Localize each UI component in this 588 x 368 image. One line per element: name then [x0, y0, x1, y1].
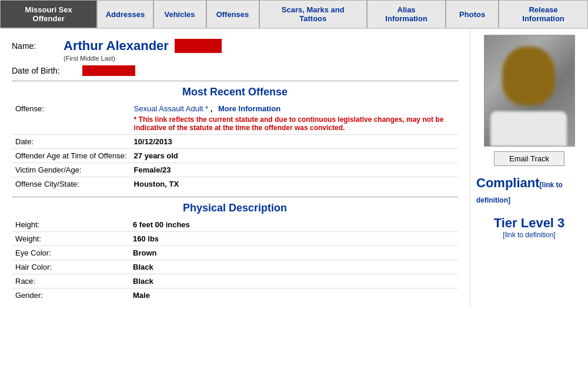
city-value: Houston, TX [131, 177, 458, 191]
height-value: 6 feet 00 inches [129, 218, 458, 232]
date-value: 10/12/2013 [131, 135, 458, 149]
right-panel: Email Track Compliant[link to definition… [470, 29, 588, 308]
dob-row: Date of Birth: [12, 65, 458, 76]
tier-level: Tier Level 3 [494, 216, 565, 231]
hair-color-value: Black [129, 260, 458, 274]
age-row: Offender Age at Time of Offense: 27 year… [12, 149, 458, 163]
most-recent-offense-title: Most Recent Offense [12, 86, 458, 98]
tab-photos[interactable]: Photos [446, 0, 499, 28]
gender-value: Male [129, 289, 458, 303]
physical-description-title: Physical Description [12, 202, 458, 214]
city-row: Offense City/State: Houston, TX [12, 177, 458, 191]
weight-value: 160 lbs [129, 232, 458, 246]
dob-redacted [82, 65, 135, 76]
eye-color-value: Brown [129, 246, 458, 260]
race-row: Race: Black [12, 274, 458, 289]
eye-color-label: Eye Color: [12, 246, 129, 260]
date-row: Date: 10/12/2013 [12, 135, 458, 149]
weight-row: Weight: 160 lbs [12, 232, 458, 246]
offense-warning: * This link reflects the current statute… [134, 115, 455, 132]
offense-table: Offense: Sexual Assault Adult * , More I… [12, 102, 458, 191]
victim-label: Victim Gender/Age: [12, 163, 131, 177]
tab-missouri-sex-offender[interactable]: Missouri Sex Offender [0, 0, 97, 28]
offense-separator: , [211, 104, 215, 113]
age-value: 27 years old [131, 149, 458, 163]
tab-scars-marks-tattoos[interactable]: Scars, Marks and Tattoos [259, 0, 368, 28]
shirt-shape [490, 111, 567, 147]
race-value: Black [129, 274, 458, 289]
face-shape [502, 47, 555, 105]
email-track-button[interactable]: Email Track [494, 151, 564, 166]
gender-label: Gender: [12, 289, 129, 303]
hair-color-row: Hair Color: Black [12, 260, 458, 274]
tab-release-information[interactable]: Release Information [499, 0, 588, 28]
offense-row: Offense: Sexual Assault Adult * , More I… [12, 102, 458, 135]
tab-vehicles[interactable]: Vehicles [153, 0, 206, 28]
tab-addresses[interactable]: Addresses [97, 0, 153, 28]
left-panel: Name: Arthur Alexander (First Middle Las… [0, 29, 470, 308]
hair-color-label: Hair Color: [12, 260, 129, 274]
name-value: Arthur Alexander [64, 38, 169, 54]
weight-label: Weight: [12, 232, 129, 246]
offense-value: Sexual Assault Adult * , More Informatio… [131, 102, 458, 135]
name-label: Name: [12, 41, 59, 51]
navigation-tabs: Missouri Sex Offender Addresses Vehicles… [0, 0, 588, 29]
main-content: Name: Arthur Alexander (First Middle Las… [0, 29, 588, 308]
name-row: Name: Arthur Alexander [12, 38, 458, 54]
photo-placeholder [485, 35, 574, 147]
offense-link[interactable]: Sexual Assault Adult * [134, 104, 208, 113]
city-label: Offense City/State: [12, 177, 131, 191]
victim-row: Victim Gender/Age: Female/23 [12, 163, 458, 177]
offender-photo [484, 35, 575, 147]
eye-color-row: Eye Color: Brown [12, 246, 458, 260]
tab-offenses[interactable]: Offenses [206, 0, 259, 28]
gender-row: Gender: Male [12, 289, 458, 303]
name-subtitle: (First Middle Last) [64, 55, 458, 62]
physical-description-table: Height: 6 feet 00 inches Weight: 160 lbs… [12, 218, 458, 302]
race-label: Race: [12, 274, 129, 289]
compliant-status: Compliant[link to definition] [476, 175, 582, 206]
victim-value: Female/23 [131, 163, 458, 177]
name-redacted [175, 39, 222, 53]
offense-label: Offense: [12, 102, 131, 135]
dob-label: Date of Birth: [12, 66, 82, 75]
height-label: Height: [12, 218, 129, 232]
age-label: Offender Age at Time of Offense: [12, 149, 131, 163]
tab-alias-information[interactable]: Alias Information [367, 0, 446, 28]
height-row: Height: 6 feet 00 inches [12, 218, 458, 232]
tier-link[interactable]: [link to definition] [503, 231, 555, 239]
more-info-link[interactable]: More Information [218, 104, 280, 113]
date-label: Date: [12, 135, 131, 149]
